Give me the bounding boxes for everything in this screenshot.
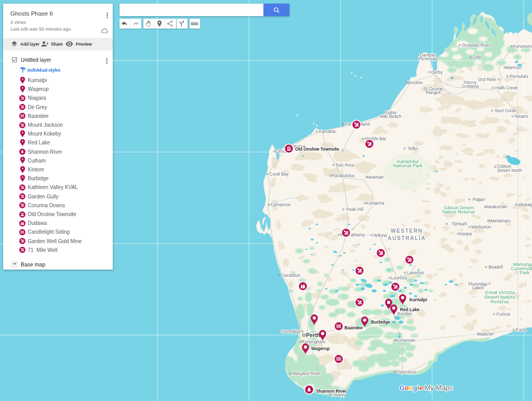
svg-text:Newman: Newman — [367, 175, 384, 180]
svg-text:Tanami: Tanami — [514, 114, 528, 119]
svg-text:o: o — [409, 384, 413, 392]
svg-text:Leonora: Leonora — [391, 275, 407, 280]
svg-text:Gibb: Gibb — [472, 55, 482, 60]
svg-text:o: o — [405, 384, 409, 392]
svg-text:Kanpa: Kanpa — [459, 231, 472, 236]
svg-text:Desert North: Desert North — [497, 168, 522, 173]
svg-text:Broome: Broome — [407, 80, 422, 85]
svg-text:Perth: Perth — [306, 332, 321, 338]
svg-text:National Park: National Park — [393, 163, 422, 168]
svg-text:Coral Bay: Coral Bay — [270, 171, 289, 177]
svg-text:Margaret River: Margaret River — [292, 371, 321, 376]
svg-text:Red Lake: Red Lake — [400, 307, 420, 312]
svg-text:Purnululu: Purnululu — [510, 74, 528, 79]
svg-text:Peninsula: Peninsula — [419, 56, 438, 61]
svg-text:g: g — [413, 384, 417, 392]
svg-text:Tom Price: Tom Price — [336, 163, 355, 168]
svg-text:Laverton: Laverton — [407, 270, 424, 275]
svg-text:Tjirrkarli: Tjirrkarli — [451, 221, 467, 226]
svg-text:My Maps: My Maps — [424, 384, 453, 392]
svg-text:Beadell: Beadell — [488, 264, 503, 270]
svg-text:AUSTRALIA: AUSTRALIA — [388, 235, 425, 241]
svg-text:Madura: Madura — [477, 331, 492, 337]
svg-text:Eucla: Eucla — [516, 327, 527, 332]
svg-text:Reserve: Reserve — [490, 299, 509, 304]
svg-text:Warmun: Warmun — [505, 65, 521, 70]
svg-text:Warburton: Warburton — [471, 224, 491, 230]
svg-text:Kurnalpi: Kurnalpi — [409, 297, 427, 302]
svg-text:Drysdale River: Drysdale River — [462, 43, 491, 48]
svg-text:Burbidge: Burbidge — [371, 319, 390, 325]
svg-text:Warakurna: Warakurna — [484, 204, 506, 209]
svg-text:Kumarina: Kumarina — [366, 200, 384, 206]
svg-text:Paraburdoo: Paraburdoo — [332, 173, 355, 178]
svg-text:Lakes: Lakes — [472, 285, 484, 290]
svg-text:Telfer: Telfer — [408, 146, 419, 151]
svg-text:Ranges: Ranges — [426, 90, 441, 95]
svg-text:e: e — [419, 384, 423, 392]
svg-text:Wiluna: Wiluna — [374, 233, 387, 238]
svg-text:Wagerup: Wagerup — [311, 346, 330, 351]
svg-text:Carnarvon: Carnarvon — [271, 202, 291, 207]
svg-text:Park: Park — [520, 270, 530, 275]
svg-text:Sturt Creek: Sturt Creek — [495, 108, 517, 113]
svg-text:Derby: Derby — [431, 70, 443, 75]
svg-text:Baandee: Baandee — [344, 325, 363, 330]
svg-text:G: G — [400, 384, 405, 392]
svg-text:Shannon River: Shannon River — [316, 389, 347, 394]
svg-text:Mantamaru: Mantamaru — [489, 218, 511, 223]
svg-text:Ord River: Ord River — [478, 77, 497, 82]
svg-text:Nature Reserve: Nature Reserve — [442, 209, 475, 215]
svg-text:Old Onslow Townsite: Old Onslow Townsite — [295, 146, 339, 152]
svg-text:Patjarr: Patjarr — [473, 197, 486, 202]
svg-text:Norseman: Norseman — [395, 338, 416, 343]
svg-text:Karratha: Karratha — [319, 129, 336, 134]
svg-text:WESTERN: WESTERN — [391, 228, 423, 234]
svg-text:Kaltukatjara: Kaltukatjara — [515, 202, 532, 207]
svg-text:Peak Hill: Peak Hill — [347, 207, 364, 212]
svg-text:Forrest: Forrest — [497, 312, 511, 317]
svg-text:Joondalup: Joondalup — [281, 329, 301, 334]
svg-text:Kununurra: Kununurra — [513, 44, 532, 49]
svg-text:Crossing: Crossing — [462, 84, 479, 89]
svg-text:Mile Beach: Mile Beach — [380, 114, 401, 119]
svg-text:Geraldton: Geraldton — [282, 273, 301, 278]
svg-text:Esperance: Esperance — [396, 369, 417, 375]
svg-text:Halls Creek: Halls Creek — [496, 85, 518, 90]
